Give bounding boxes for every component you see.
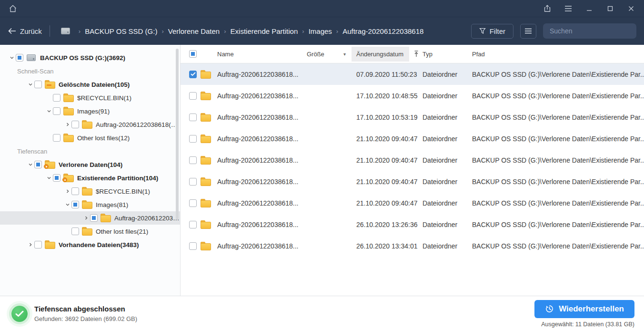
drive-icon <box>60 27 71 35</box>
breadcrumb-item[interactable]: Auftrag-20206122038618 <box>342 27 423 35</box>
breadcrumb-item[interactable]: Verlorene Daten <box>168 27 220 35</box>
folder-raw-icon <box>45 160 55 169</box>
checkbox-empty[interactable] <box>189 221 197 228</box>
checkbox-partial[interactable] <box>90 214 98 222</box>
maximize-icon[interactable] <box>603 2 617 15</box>
tree-item[interactable]: Gelöschte Dateien(105) <box>0 78 180 91</box>
home-icon[interactable] <box>6 2 20 15</box>
checkbox-empty[interactable] <box>189 199 197 207</box>
back-button[interactable]: Zurück <box>8 27 42 35</box>
tree-item-label: Existierende Partition(104) <box>77 175 158 182</box>
tree-item[interactable]: Existierende Partition(104) <box>0 171 180 185</box>
chevron-down-icon[interactable] <box>45 176 53 180</box>
recover-button-label: Wiederherstellen <box>559 304 624 314</box>
file-type: Dateiordner <box>423 71 472 78</box>
size-filter-caret-icon[interactable]: ▾ <box>343 52 346 57</box>
folder-raw-icon <box>63 174 74 182</box>
breadcrumb-separator-icon: › <box>336 28 338 35</box>
checkbox-empty[interactable] <box>71 121 79 128</box>
checkbox-empty[interactable] <box>53 134 60 142</box>
tree-item[interactable]: Other lost files(12) <box>0 131 180 145</box>
tree-item[interactable]: Auftrag-2020612203861... <box>0 211 180 225</box>
search-input[interactable] <box>550 27 636 35</box>
checkbox-partial[interactable] <box>71 201 79 208</box>
table-row[interactable]: Auftrag-20206122038618...21.10.2020 09:4… <box>181 149 644 171</box>
checkbox-empty[interactable] <box>189 156 197 164</box>
chevron-right-icon[interactable] <box>63 122 71 127</box>
breadcrumb-separator-icon: › <box>79 28 80 35</box>
tree-item[interactable]: Images(81) <box>0 198 180 211</box>
checkbox-partial[interactable] <box>34 161 42 168</box>
checkbox-empty[interactable] <box>189 135 197 143</box>
checkbox-empty[interactable] <box>34 241 42 248</box>
minimize-icon[interactable] <box>582 2 596 15</box>
checkbox-empty[interactable] <box>53 107 60 115</box>
chevron-right-icon[interactable] <box>26 242 34 247</box>
checkbox-empty[interactable] <box>71 228 79 235</box>
table-row[interactable]: Auftrag-20206122038618...26.10.2020 13:2… <box>181 214 644 235</box>
checkbox-empty[interactable] <box>189 178 197 186</box>
tree-item[interactable]: $RECYCLE.BIN(1) <box>0 185 180 198</box>
checkbox-empty[interactable] <box>189 114 197 121</box>
tree-item[interactable]: Vorhandene Dateien(3483) <box>0 238 180 251</box>
chevron-right-icon[interactable] <box>82 216 90 220</box>
chevron-down-icon[interactable] <box>45 109 53 114</box>
table-row[interactable]: Auftrag-20206122038618...26.10.2020 13:3… <box>181 235 644 257</box>
table-row[interactable]: Auftrag-20206122038618...17.10.2020 10:4… <box>181 85 644 106</box>
column-header-type[interactable]: Typ <box>423 51 472 58</box>
select-all-checkbox[interactable] <box>189 50 197 58</box>
filter-button[interactable]: Filter <box>471 24 513 39</box>
chevron-down-icon[interactable] <box>26 82 34 87</box>
recover-button[interactable]: Wiederherstellen <box>534 300 634 318</box>
tree-item-label: Auftrag-2020612203861... <box>114 215 180 222</box>
tree-item[interactable]: Images(91) <box>0 104 180 118</box>
close-icon[interactable] <box>624 2 638 15</box>
sidebar-scrollbar[interactable] <box>176 49 179 219</box>
checkbox-partial[interactable] <box>53 174 60 182</box>
tree-item[interactable]: BACKUP OS SSD (G:)(3692) <box>0 51 180 64</box>
chevron-right-icon[interactable] <box>63 189 71 194</box>
chevron-down-icon[interactable] <box>63 202 71 207</box>
table-row[interactable]: Auftrag-20206122038618...21.10.2020 09:4… <box>181 192 644 214</box>
funnel-icon <box>479 28 486 34</box>
tree-item[interactable]: Auftrag-20206122038618(91) <box>0 118 180 131</box>
sort-ascending-icon[interactable] <box>414 51 419 57</box>
file-path: BACKUP OS SSD (G:)\Verlorene Daten\Exist… <box>472 221 644 228</box>
checkbox-empty[interactable] <box>34 81 42 88</box>
share-icon[interactable] <box>540 2 554 15</box>
drive-icon <box>26 53 37 62</box>
breadcrumb-item[interactable]: BACKUP OS SSD (G:) <box>85 27 157 35</box>
chevron-down-icon[interactable] <box>8 55 16 60</box>
checkbox-empty[interactable] <box>71 187 79 195</box>
checkbox-empty[interactable] <box>53 94 60 102</box>
column-header-size[interactable]: Größe ▾ <box>307 51 352 58</box>
file-type: Dateiordner <box>423 221 472 228</box>
list-view-icon <box>524 28 532 34</box>
tree-item-label: BACKUP OS SSD (G:)(3692) <box>40 54 125 62</box>
column-header-name[interactable]: Name <box>217 51 307 58</box>
chevron-down-icon[interactable] <box>26 162 34 167</box>
table-row[interactable]: Auftrag-20206122038618...17.10.2020 10:5… <box>181 106 644 128</box>
table-row[interactable]: Auftrag-20206122038618...07.09.2020 11:5… <box>181 63 644 85</box>
tree-item[interactable]: Verlorene Daten(104) <box>0 158 180 171</box>
file-name: Auftrag-20206122038618... <box>217 135 307 143</box>
breadcrumb: ›BACKUP OS SSD (G:)›Verlorene Daten›Exis… <box>58 27 471 35</box>
checkbox-empty[interactable] <box>189 92 197 100</box>
table-row[interactable]: Auftrag-20206122038618...21.10.2020 09:4… <box>181 171 644 192</box>
breadcrumb-item[interactable]: Existierende Partition <box>231 27 298 35</box>
tree-item[interactable]: $RECYCLE.BIN(1) <box>0 91 180 104</box>
column-header-modified[interactable]: Änderungsdatum <box>352 47 423 62</box>
checkbox-checked[interactable] <box>189 71 197 78</box>
table-row[interactable]: Auftrag-20206122038618...21.10.2020 09:4… <box>181 128 644 149</box>
folder-icon <box>201 70 211 79</box>
folder-icon <box>82 120 92 129</box>
tree-item[interactable]: Other lost files(21) <box>0 225 180 238</box>
list-view-button[interactable] <box>520 24 536 39</box>
scan-status-title: Tiefenscan abgeschlossen <box>34 305 137 313</box>
breadcrumb-item[interactable]: Images <box>309 27 332 35</box>
menu-icon[interactable] <box>561 2 575 15</box>
checkbox-partial[interactable] <box>16 54 23 62</box>
column-header-path[interactable]: Pfad <box>472 51 644 58</box>
file-type: Dateiordner <box>423 242 472 250</box>
checkbox-empty[interactable] <box>189 242 197 250</box>
